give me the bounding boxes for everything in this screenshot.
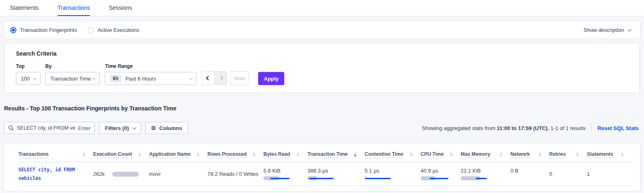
- aggregated-stats-text: Showing aggregated stats from 11:00 to 1…: [422, 125, 586, 131]
- now-button[interactable]: Now: [230, 71, 249, 85]
- execution-count-value: 262k: [93, 171, 105, 177]
- sort-icon[interactable]: [576, 153, 579, 157]
- column-header-max-memory: Max Memory: [461, 151, 510, 158]
- radio-unselected-icon[interactable]: [88, 27, 94, 33]
- transactions-table: Transactions Execution Count Application…: [4, 144, 640, 191]
- tab-statements[interactable]: Statements: [10, 0, 39, 16]
- radio-selected-icon[interactable]: [10, 27, 16, 33]
- sort-icon[interactable]: [297, 153, 299, 157]
- column-header-execution-count: Execution Count: [93, 151, 149, 158]
- tab-sessions[interactable]: Sessions: [109, 0, 132, 16]
- table-row: SELECT city, id FROM vehicles 262k movr …: [18, 162, 632, 186]
- time-range-field: Time Range 6h Past 6 Hours: [105, 63, 196, 85]
- filters-button[interactable]: Filters (0): [99, 122, 141, 134]
- apply-button[interactable]: Apply: [258, 72, 284, 85]
- by-field: By Transaction Time: [45, 63, 100, 85]
- column-header-contention-time: Contention Time: [365, 151, 421, 158]
- sort-icon[interactable]: [138, 153, 141, 157]
- chevron-left-icon: [206, 76, 210, 80]
- sort-icon[interactable]: [82, 153, 85, 157]
- cell-contention-time: 5.1 µs: [365, 168, 421, 180]
- sort-icon-active-desc[interactable]: [354, 153, 357, 157]
- sort-icon[interactable]: [253, 153, 255, 157]
- column-header-network: Network: [510, 151, 549, 158]
- page-tabs: Statements Transactions Sessions: [0, 0, 644, 16]
- stats-time-range: 11:00 to 17:59 (UTC): [497, 125, 548, 131]
- time-range-value: Past 6 Hours: [125, 76, 156, 82]
- top-field: Top 100: [16, 63, 40, 85]
- execution-count-bar: [112, 172, 139, 177]
- time-range-select[interactable]: 6h Past 6 Hours: [105, 72, 196, 85]
- cell-cpu-time: 40.9 µs: [421, 168, 461, 180]
- top-select[interactable]: 100: [16, 72, 40, 85]
- radio-transaction-fingerprints[interactable]: Transaction Fingerprints: [10, 27, 77, 33]
- divider: [591, 123, 592, 134]
- chevron-down-icon: [33, 76, 37, 80]
- radio-label: Active Executions: [98, 27, 140, 33]
- column-header-retries: Retries: [549, 151, 587, 158]
- previous-window-button[interactable]: [202, 72, 214, 85]
- results-heading: Results - Top 100 Transaction Fingerprin…: [4, 105, 640, 112]
- chevron-down-icon: [132, 126, 136, 130]
- show-description-toggle[interactable]: Show description: [584, 27, 634, 33]
- sort-icon[interactable]: [621, 153, 624, 157]
- search-criteria-form: Top 100 By Transaction Time Time Range 6…: [16, 63, 628, 85]
- cell-transaction-time: 386.3 µs: [308, 168, 365, 180]
- results-toolbar: Enter Filters (0) ⚙ Columns Showing aggr…: [4, 122, 640, 134]
- by-select[interactable]: Transaction Time: [45, 72, 100, 85]
- search-icon: [8, 125, 14, 131]
- time-range-badge: 6h: [110, 74, 121, 83]
- cell-max-memory: 22.1 KiB: [461, 168, 510, 180]
- column-header-statements: Statements: [587, 151, 632, 158]
- next-window-button[interactable]: [214, 72, 227, 85]
- sort-icon[interactable]: [410, 153, 412, 157]
- cell-execution-count: 262k: [93, 171, 149, 177]
- search-input[interactable]: [17, 125, 75, 131]
- contention-time-bar: [365, 176, 396, 180]
- by-label: By: [45, 63, 100, 69]
- cell-retries: 0: [549, 171, 587, 177]
- sort-icon[interactable]: [539, 153, 541, 157]
- column-header-transactions: Transactions: [18, 151, 93, 158]
- column-header-application-name: Application Name: [149, 151, 207, 158]
- sort-icon[interactable]: [500, 153, 502, 157]
- chevron-down-icon: [92, 76, 96, 80]
- page-body: Transaction Fingerprints Active Executio…: [0, 16, 644, 193]
- column-header-cpu-time: CPU Time: [421, 151, 461, 158]
- cell-transaction-query: SELECT city, id FROM vehicles: [18, 166, 93, 182]
- gear-icon: ⚙: [151, 125, 156, 131]
- time-window-arrows: [202, 71, 227, 85]
- cell-bytes-read: 5.8 KiB: [263, 168, 308, 180]
- search-criteria-card: Search Criteria Top 100 By Transaction T…: [4, 43, 640, 93]
- cell-network: 0 B: [510, 168, 549, 174]
- table-header-row: Transactions Execution Count Application…: [18, 147, 632, 162]
- search-criteria-title: Search Criteria: [16, 50, 628, 57]
- by-select-value: Transaction Time: [50, 76, 91, 82]
- cpu-time-bar: [421, 176, 452, 180]
- top-label: Top: [16, 63, 40, 69]
- chevron-down-icon: [189, 76, 193, 80]
- show-description-label: Show description: [584, 27, 624, 33]
- cell-rows-processed: 78.2 Reads / 0 Writes: [207, 171, 263, 177]
- search-box[interactable]: Enter: [4, 122, 95, 134]
- radio-active-executions[interactable]: Active Executions: [88, 27, 140, 33]
- view-toggle-bar: Transaction Fingerprints Active Executio…: [4, 21, 640, 38]
- reset-sql-stats-link[interactable]: Reset SQL Stats: [597, 125, 640, 131]
- sort-icon[interactable]: [197, 153, 199, 157]
- chevron-right-icon: [218, 76, 223, 80]
- column-header-bytes-read: Bytes Read: [263, 151, 308, 158]
- search-submit[interactable]: Enter: [78, 125, 91, 131]
- column-header-transaction-time: Transaction Time: [308, 151, 365, 158]
- transaction-time-bar: [308, 176, 339, 180]
- columns-label: Columns: [159, 125, 182, 131]
- chevron-down-icon: [628, 27, 632, 31]
- cell-statements: 1: [587, 171, 632, 177]
- bytes-read-bar: [263, 176, 294, 180]
- columns-button[interactable]: ⚙ Columns: [145, 122, 188, 134]
- tab-transactions[interactable]: Transactions: [58, 0, 90, 16]
- cell-application-name: movr: [149, 171, 207, 177]
- time-range-label: Time Range: [105, 63, 196, 69]
- radio-label: Transaction Fingerprints: [20, 27, 77, 33]
- sort-icon[interactable]: [450, 153, 452, 157]
- transaction-fingerprint-link[interactable]: SELECT city, id FROM vehicles: [18, 166, 85, 182]
